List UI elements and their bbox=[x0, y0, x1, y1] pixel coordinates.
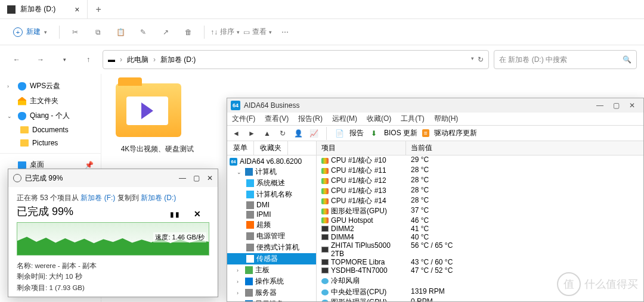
close-button[interactable]: ✕ bbox=[629, 101, 635, 110]
forward-button[interactable]: → bbox=[31, 50, 50, 69]
menu-fav[interactable]: 收藏(O) bbox=[367, 114, 391, 124]
new-button[interactable]: + 新建 ▾ bbox=[7, 24, 53, 39]
forward-button[interactable]: ► bbox=[246, 128, 257, 139]
menu-view[interactable]: 查看(V) bbox=[265, 114, 289, 124]
more-button[interactable]: ⋯ bbox=[275, 23, 295, 42]
col-value[interactable]: 当前值 bbox=[406, 141, 643, 155]
sensor-row[interactable]: TOPMORE Libra43 °C / 60 °C bbox=[317, 258, 643, 266]
tree-sysname[interactable]: 计算机名称 bbox=[227, 189, 316, 200]
crumb-root[interactable]: 此电脑 bbox=[127, 55, 148, 65]
paste-button[interactable]: 📋 bbox=[111, 23, 130, 42]
plus-icon: + bbox=[13, 27, 23, 37]
report-button[interactable]: 报告 bbox=[349, 128, 364, 138]
sidebar-item-personal[interactable]: ⌄Qiang - 个人 bbox=[0, 108, 101, 123]
copy-button[interactable]: ⧉ bbox=[88, 23, 107, 42]
sensor-row[interactable]: DIMM241 °C bbox=[317, 225, 643, 233]
bios-update-button[interactable]: BIOS 更新 bbox=[384, 128, 417, 138]
close-icon[interactable]: × bbox=[75, 5, 79, 14]
maximize-button[interactable]: ▢ bbox=[613, 101, 620, 110]
toggle-details[interactable]: ⌃ 简略信息 bbox=[17, 299, 209, 302]
driver-update-button[interactable]: 驱动程序更新 bbox=[434, 128, 477, 138]
menu-help[interactable]: 帮助(H) bbox=[434, 114, 459, 124]
sort-button[interactable]: ↑↓ 排序 ▾ bbox=[210, 23, 240, 42]
view-label: 查看 bbox=[252, 27, 267, 37]
copy-summary: 正在将 53 个项目从 新加卷 (F:) 复制到 新加卷 (D:) bbox=[17, 193, 209, 203]
address-bar[interactable]: ▬ › 此电脑 › 新加卷 (D:) ▾ ↻ bbox=[103, 50, 489, 69]
view-button[interactable]: ▭ 查看 ▾ bbox=[243, 23, 272, 42]
refresh-button[interactable]: ↻ bbox=[277, 128, 288, 139]
back-button[interactable]: ← bbox=[7, 50, 26, 69]
menu-file[interactable]: 文件(F) bbox=[232, 114, 255, 124]
fan-row[interactable]: 图形处理器(GPU)0 RPM bbox=[317, 297, 643, 301]
rename-button[interactable]: ✎ bbox=[134, 23, 153, 42]
menu-remote[interactable]: 远程(M) bbox=[332, 114, 357, 124]
chip-icon bbox=[246, 201, 254, 209]
tree-portable[interactable]: 便携式计算机 bbox=[227, 242, 316, 253]
menu-report[interactable]: 报告(R) bbox=[298, 114, 323, 124]
share-button[interactable]: ↗ bbox=[156, 23, 175, 42]
tree-display[interactable]: ›显示设备 bbox=[227, 298, 316, 301]
sensor-row[interactable]: CPU #1/核心 #1328 °C bbox=[317, 186, 643, 196]
up-button[interactable]: ↑ bbox=[79, 50, 98, 69]
cut-button[interactable]: ✂ bbox=[66, 23, 85, 42]
folder-label: 4K导出视频、硬盘测试 bbox=[116, 144, 199, 154]
navtab-fav[interactable]: 收藏夹 bbox=[254, 141, 288, 155]
tree-ipmi[interactable]: IPMI bbox=[227, 210, 316, 219]
aida-logo-icon: 64 bbox=[231, 101, 240, 110]
back-button[interactable]: ◄ bbox=[231, 128, 242, 139]
copy-titlebar[interactable]: 已完成 99% — ▢ ✕ bbox=[8, 169, 218, 187]
tree-overview[interactable]: 系统概述 bbox=[227, 178, 316, 189]
tree-oc[interactable]: 超频 bbox=[227, 219, 316, 231]
pause-button[interactable]: ▮▮ bbox=[170, 210, 181, 219]
sort-label: 排序 bbox=[220, 27, 234, 37]
dst-link[interactable]: 新加卷 (D:) bbox=[141, 194, 176, 202]
aida-titlebar[interactable]: 64 AIDA64 Business — ▢ ✕ bbox=[227, 98, 643, 113]
sensor-row[interactable]: CPU #1/核心 #1128 °C bbox=[317, 166, 643, 176]
folder-item[interactable]: 4K导出视频、硬盘测试 bbox=[116, 83, 199, 154]
src-link[interactable]: 新加卷 (F:) bbox=[80, 194, 115, 202]
tree-root[interactable]: 64AIDA64 v6.80.6200 bbox=[227, 157, 316, 166]
tree-pwr[interactable]: 电源管理 bbox=[227, 231, 316, 242]
fire-icon bbox=[246, 221, 254, 229]
user-icon[interactable]: 👤 bbox=[293, 128, 304, 139]
chevron-down-icon[interactable]: ▾ bbox=[471, 55, 474, 64]
navtab-menu[interactable]: 菜单 bbox=[227, 141, 254, 155]
chart-icon[interactable]: 📈 bbox=[308, 128, 319, 139]
cancel-button[interactable]: ✕ bbox=[194, 209, 201, 219]
search-input[interactable]: 在 新加卷 (D:) 中搜索 🔍 bbox=[494, 50, 637, 69]
tree-sensors[interactable]: 传感器 bbox=[227, 253, 316, 264]
crumb-leaf[interactable]: 新加卷 (D:) bbox=[160, 55, 196, 65]
tree-server[interactable]: ›服务器 bbox=[227, 287, 316, 298]
sensor-row[interactable]: 图形处理器(GPU)37 °C bbox=[317, 206, 643, 216]
tree-computer[interactable]: ⌄计算机 bbox=[227, 166, 316, 178]
copy-dialog: 已完成 99% — ▢ ✕ 正在将 53 个项目从 新加卷 (F:) 复制到 新… bbox=[8, 169, 218, 297]
tree-dmi[interactable]: DMI bbox=[227, 200, 316, 210]
tree-mb[interactable]: ›主板 bbox=[227, 264, 316, 276]
minimize-button[interactable]: — bbox=[596, 101, 603, 110]
refresh-icon[interactable]: ↻ bbox=[478, 55, 484, 64]
sensor-row[interactable]: CPU #1/核心 #1029 °C bbox=[317, 155, 643, 166]
sidebar-item-documents[interactable]: Documents bbox=[0, 123, 101, 136]
history-button[interactable]: ▾ bbox=[55, 50, 74, 69]
sidebar-item-pictures[interactable]: Pictures bbox=[0, 136, 101, 150]
delete-button[interactable]: 🗑 bbox=[179, 23, 198, 42]
up-button[interactable]: ▲ bbox=[262, 128, 273, 139]
menu-tools[interactable]: 工具(T) bbox=[401, 114, 424, 124]
tab-drive-d[interactable]: 新加卷 (D:) × bbox=[0, 0, 88, 18]
new-tab-button[interactable]: + bbox=[88, 4, 110, 15]
download-icon: ⬇ bbox=[369, 128, 379, 139]
temp-icon bbox=[321, 226, 329, 232]
maximize-button[interactable]: ▢ bbox=[193, 174, 200, 182]
minimize-button[interactable]: — bbox=[179, 174, 186, 182]
sensor-row[interactable]: ZHITAI TiPlus5000 2TB56 °C / 65 °C bbox=[317, 241, 643, 258]
col-item[interactable]: 项目 bbox=[317, 141, 406, 155]
sensor-row[interactable]: GPU Hotspot46 °C bbox=[317, 216, 643, 225]
tree-os[interactable]: ›操作系统 bbox=[227, 276, 316, 287]
sidebar-item-wps[interactable]: ›WPS云盘 bbox=[0, 79, 101, 94]
close-button[interactable]: ✕ bbox=[207, 174, 213, 182]
sidebar-item-home[interactable]: 主文件夹 bbox=[0, 94, 101, 108]
aida64-window: 64 AIDA64 Business — ▢ ✕ 文件(F) 查看(V) 报告(… bbox=[227, 98, 644, 302]
sensor-row[interactable]: CPU #1/核心 #1428 °C bbox=[317, 196, 643, 206]
sensor-row[interactable]: CPU #1/核心 #1228 °C bbox=[317, 176, 643, 186]
sensor-row[interactable]: DIMM440 °C bbox=[317, 233, 643, 241]
